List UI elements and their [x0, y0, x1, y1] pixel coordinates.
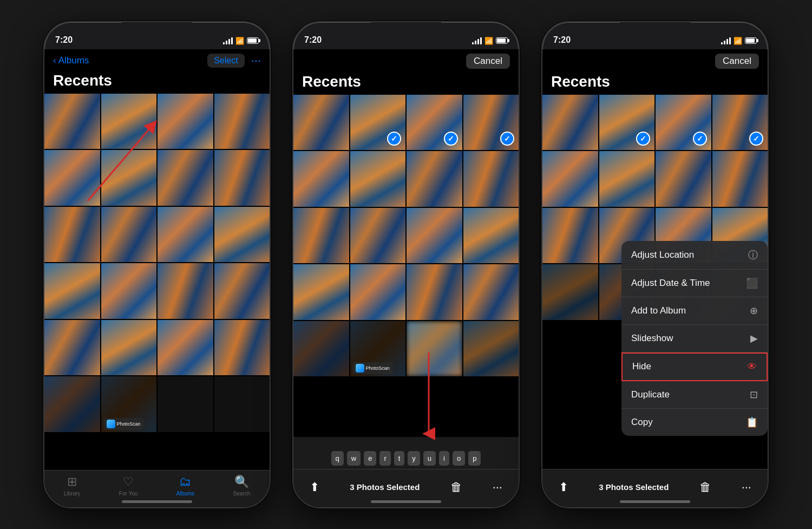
photo-cell[interactable] — [101, 94, 157, 149]
menu-duplicate[interactable]: Duplicate ⊡ — [621, 381, 768, 409]
photo-cell[interactable] — [656, 151, 711, 207]
photo-cell[interactable] — [293, 321, 349, 377]
key-i[interactable]: i — [439, 451, 449, 466]
photo-cell[interactable] — [101, 263, 157, 319]
phone-2: 7:20 📶 Cancel Recents ✓ ✓ ✓ — [292, 21, 520, 508]
photo-cell[interactable] — [293, 264, 349, 320]
photo-cell[interactable] — [101, 320, 157, 376]
photo-cell[interactable]: ✓ — [712, 95, 768, 151]
photo-cell[interactable] — [407, 264, 462, 320]
photo-cell[interactable] — [44, 263, 100, 319]
menu-adjust-location[interactable]: Adjust Location ⓘ — [621, 241, 768, 270]
wifi-icon-1: 📶 — [235, 37, 244, 45]
photo-cell[interactable] — [214, 94, 270, 149]
key-u[interactable]: u — [423, 451, 436, 466]
photo-cell[interactable] — [158, 376, 213, 432]
delete-button-2[interactable]: 🗑 — [450, 480, 462, 494]
duplicate-icon: ⊡ — [750, 389, 758, 401]
duplicate-label: Duplicate — [631, 389, 670, 400]
back-button-1[interactable]: ‹ Albums — [53, 55, 89, 66]
photo-cell[interactable]: ✓ — [463, 95, 519, 151]
adjust-location-label: Adjust Location — [631, 250, 694, 260]
photo-cell[interactable] — [101, 150, 157, 206]
more-button-3[interactable]: ··· — [742, 480, 751, 494]
menu-slideshow[interactable]: Slideshow ▶ — [621, 325, 768, 352]
photo-cell[interactable] — [44, 94, 100, 149]
photo-cell[interactable]: PhotoScan — [101, 376, 157, 432]
photo-cell[interactable] — [463, 321, 519, 377]
check-mark: ✓ — [636, 132, 650, 146]
cancel-button-2[interactable]: Cancel — [466, 54, 510, 69]
key-w[interactable]: w — [347, 451, 361, 466]
photo-cell[interactable] — [44, 376, 100, 432]
chevron-left-icon-1: ‹ — [53, 55, 56, 66]
photo-cell[interactable] — [350, 208, 406, 264]
delete-button-3[interactable]: 🗑 — [699, 480, 711, 494]
photo-cell[interactable] — [158, 150, 213, 206]
photo-cell[interactable] — [293, 151, 349, 207]
menu-hide[interactable]: Hide 👁 — [621, 352, 768, 381]
adjust-datetime-label: Adjust Date & Time — [631, 278, 710, 289]
more-button-1[interactable]: ··· — [251, 54, 261, 68]
photo-cell[interactable] — [599, 151, 655, 207]
photo-cell[interactable] — [463, 208, 519, 264]
photo-cell[interactable] — [407, 151, 462, 207]
key-t[interactable]: t — [394, 451, 405, 466]
tab-albums[interactable]: 🗂 Albums — [176, 475, 194, 497]
context-menu: Adjust Location ⓘ Adjust Date & Time ⬛ A… — [621, 241, 768, 436]
key-p[interactable]: p — [468, 451, 481, 466]
photoscan-icon — [107, 420, 115, 428]
select-button-1[interactable]: Select — [207, 54, 244, 68]
photo-cell[interactable] — [350, 151, 406, 207]
nav-actions-1: Select ··· — [207, 54, 261, 68]
key-e[interactable]: e — [364, 451, 376, 466]
photo-cell[interactable] — [542, 264, 598, 320]
photo-cell[interactable] — [158, 94, 213, 149]
share-button-3[interactable]: ⬆ — [559, 480, 568, 494]
photo-cell[interactable] — [214, 376, 270, 432]
photo-cell[interactable] — [293, 208, 349, 264]
menu-copy[interactable]: Copy 📋 — [621, 409, 768, 436]
photo-cell[interactable] — [44, 320, 100, 376]
photo-cell[interactable] — [542, 95, 598, 151]
photo-cell[interactable] — [214, 207, 270, 263]
photo-cell[interactable] — [214, 150, 270, 206]
tab-search[interactable]: 🔍 Search — [233, 475, 251, 497]
photo-cell[interactable] — [158, 207, 213, 263]
photo-cell[interactable] — [407, 208, 462, 264]
tab-library[interactable]: ⊞ Library — [64, 475, 81, 497]
share-button-2[interactable]: ⬆ — [310, 480, 319, 494]
photo-cell[interactable] — [542, 151, 598, 207]
photo-cell[interactable] — [214, 263, 270, 319]
key-o[interactable]: o — [453, 451, 465, 466]
photo-cell[interactable] — [542, 208, 598, 264]
photo-cell[interactable]: ✓ — [350, 95, 406, 151]
photo-cell[interactable] — [293, 95, 349, 151]
photo-cell[interactable] — [214, 320, 270, 376]
photo-cell[interactable] — [463, 264, 519, 320]
photo-cell[interactable]: ✓ — [599, 95, 655, 151]
photo-cell[interactable] — [101, 207, 157, 263]
photo-cell[interactable] — [407, 321, 462, 377]
photo-cell[interactable] — [158, 263, 213, 319]
photo-cell[interactable] — [350, 264, 406, 320]
add-album-icon: ⊕ — [750, 305, 758, 317]
tab-for-you[interactable]: ♡ For You — [119, 475, 137, 497]
photo-cell[interactable]: ✓ — [656, 95, 711, 151]
photo-cell[interactable] — [44, 150, 100, 206]
menu-add-to-album[interactable]: Add to Album ⊕ — [621, 297, 768, 325]
cancel-button-3[interactable]: Cancel — [715, 54, 759, 69]
location-icon: ⓘ — [748, 249, 758, 262]
more-button-2[interactable]: ··· — [493, 480, 502, 494]
photo-cell[interactable] — [158, 320, 213, 376]
menu-adjust-datetime[interactable]: Adjust Date & Time ⬛ — [621, 270, 768, 297]
photo-cell[interactable] — [712, 151, 768, 207]
key-q[interactable]: q — [331, 451, 344, 466]
photo-cell[interactable] — [44, 207, 100, 263]
key-y[interactable]: y — [408, 451, 420, 466]
key-r[interactable]: r — [379, 451, 390, 466]
photo-cell[interactable]: ✓ — [407, 95, 462, 151]
photo-cell[interactable]: PhotoScan — [350, 321, 406, 377]
tab-bar-1: ⊞ Library ♡ For You 🗂 Albums 🔍 Search — [44, 470, 270, 507]
photo-cell[interactable] — [463, 151, 519, 207]
